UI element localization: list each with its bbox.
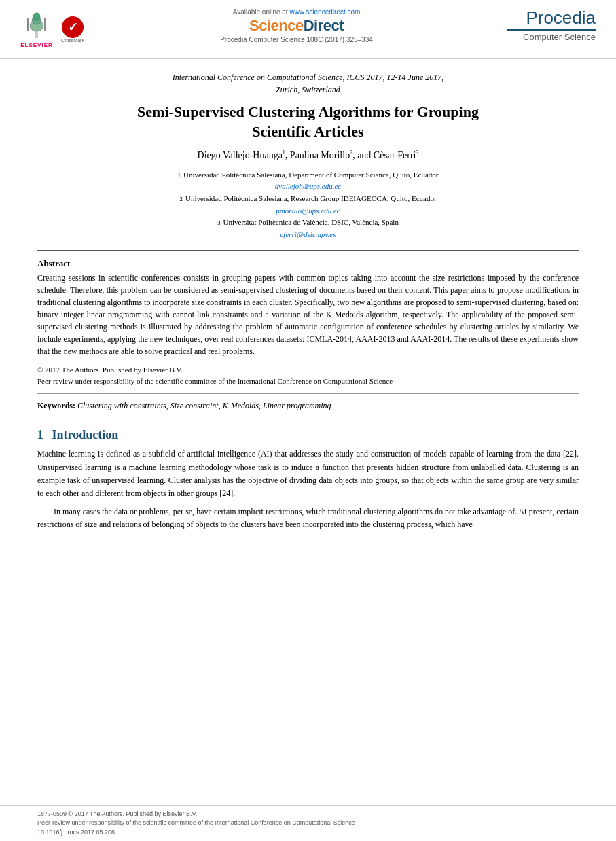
header-divider xyxy=(37,250,579,251)
section-1-num: 1 xyxy=(37,428,43,442)
affil-num-1: 1 xyxy=(178,171,181,180)
direct-part: Direct xyxy=(304,17,344,34)
affiliations: 1 Universidad Politécnica Salesiana, Dep… xyxy=(37,169,579,241)
affiliation-3: 3 Universitat Politècnica de València, D… xyxy=(37,217,579,229)
abstract-text: Creating sessions in scientific conferen… xyxy=(37,272,579,357)
elsevier-logo: ELSEVIER xyxy=(20,8,53,48)
copyright-line1: © 2017 The Authors. Published by Elsevie… xyxy=(37,364,579,376)
keywords-text: Clustering with constraints, Size constr… xyxy=(77,401,331,410)
sciencedirect-title: ScienceDirect xyxy=(99,17,494,35)
abstract-divider xyxy=(37,393,579,394)
header-logos: ELSEVIER ✓ CrossMark xyxy=(20,8,86,48)
conference-line1: International Conference on Computationa… xyxy=(37,71,579,84)
affil-3-text: Universitat Politècnica de València, DSI… xyxy=(223,217,399,229)
conference-info: International Conference on Computationa… xyxy=(37,71,579,96)
affil-2-email: pmorillo@ups.edu.ec xyxy=(276,205,340,217)
keywords: Keywords: Clustering with constraints, S… xyxy=(37,401,579,411)
paper-title-line2: Scientific Articles xyxy=(37,122,579,142)
journal-info: Procedia Computer Science 108C (2017) 32… xyxy=(99,36,494,43)
page: ELSEVIER ✓ CrossMark Available online at… xyxy=(0,0,616,841)
section-1-para1: Machine learning is defined as a subfiel… xyxy=(37,448,579,500)
procedia-subtitle-text: Computer Science xyxy=(507,29,596,43)
footer-doi: 10.1016/j.procs.2017.05.206 xyxy=(37,828,579,838)
svg-text:✓: ✓ xyxy=(68,20,78,34)
affiliation-1: 1 Universidad Politécnica Salesiana, Dep… xyxy=(37,169,579,181)
svg-rect-5 xyxy=(44,18,46,31)
affil-3-email: cferri@dsic.upv.es xyxy=(280,229,336,241)
paper-title: Semi-Supervised Clustering Algorithms fo… xyxy=(37,103,579,141)
paper-title-line1: Semi-Supervised Clustering Algorithms fo… xyxy=(37,103,579,122)
section-1-label: Introduction xyxy=(52,428,119,442)
affil-num-3: 3 xyxy=(217,218,221,228)
affil-2-text: Universidad Politécnica Salesiana, Resea… xyxy=(185,193,437,205)
affiliation-2-email: pmorillo@ups.edu.ec xyxy=(37,205,579,217)
procedia-title-text: Procedia xyxy=(507,8,596,28)
crossmark-logo: ✓ CrossMark xyxy=(60,12,86,45)
keywords-divider xyxy=(37,418,579,418)
svg-point-3 xyxy=(33,13,40,20)
section-1-para2: In many cases the data or problems, per … xyxy=(37,505,579,531)
affil-1-text: Universidad Politécnica Salesiana, Depar… xyxy=(183,169,438,181)
header: ELSEVIER ✓ CrossMark Available online at… xyxy=(0,0,616,59)
copyright-line2: Peer-review under responsibility of the … xyxy=(37,376,579,387)
procedia-logo: Procedia Computer Science xyxy=(507,8,596,42)
elsevier-text: ELSEVIER xyxy=(20,42,53,48)
sciencedirect-link[interactable]: www.sciencedirect.com xyxy=(289,8,360,16)
available-online-text: Available online at www.sciencedirect.co… xyxy=(99,8,494,16)
keywords-label: Keywords: xyxy=(37,401,75,410)
science-part: Science xyxy=(249,17,304,34)
conference-line2: Zurich, Switzerland xyxy=(37,84,579,96)
affiliation-2: 2 Universidad Politécnica Salesiana, Res… xyxy=(37,193,579,205)
section-1-title: 1 Introduction xyxy=(37,428,579,442)
affiliation-1-email: dvallejoh@ups.edu.ec xyxy=(37,181,579,193)
main-content: International Conference on Computationa… xyxy=(0,59,616,551)
affil-1-email: dvallejoh@ups.edu.ec xyxy=(275,181,341,193)
footer: 1877-0509 © 2017 The Authors. Published … xyxy=(0,805,616,842)
footer-peer-review: Peer-review under responsibility of the … xyxy=(37,819,579,828)
svg-text:CrossMark: CrossMark xyxy=(61,38,84,43)
header-center: Available online at www.sciencedirect.co… xyxy=(86,8,507,43)
copyright: © 2017 The Authors. Published by Elsevie… xyxy=(37,364,579,387)
svg-rect-4 xyxy=(27,18,29,31)
footer-issn: 1877-0509 © 2017 The Authors. Published … xyxy=(37,810,579,819)
affiliation-3-email: cferri@dsic.upv.es xyxy=(37,229,579,241)
abstract-title: Abstract xyxy=(37,258,579,269)
abstract-section: Abstract Creating sessions in scientific… xyxy=(37,258,579,357)
affil-num-2: 2 xyxy=(179,194,183,204)
authors: Diego Vallejo-Huanga1, Paulina Morillo2,… xyxy=(37,149,579,161)
